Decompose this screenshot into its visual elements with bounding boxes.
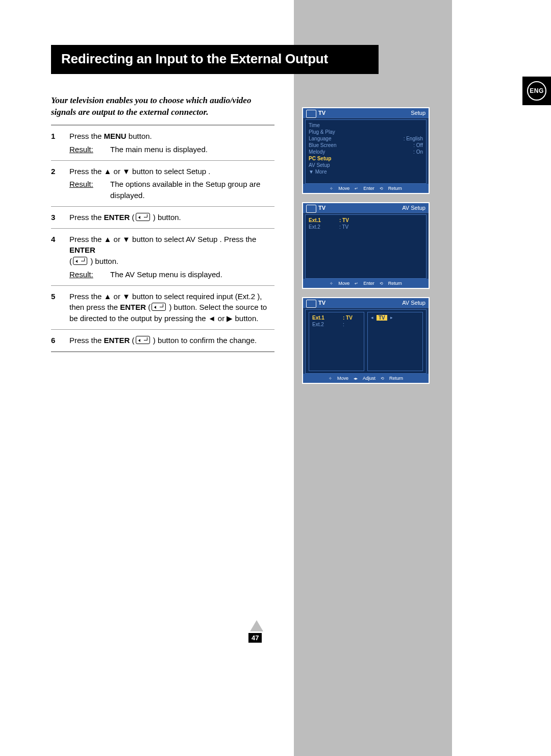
step-bold: ENTER [104,213,130,222]
enter-mini-icon: ↵ [355,186,358,191]
osd-row: ▼ More [309,168,423,175]
step-text: Press the [69,213,104,222]
result-row: Result: The options available in the Set… [69,179,274,201]
osd-row: AV Setup [309,162,423,168]
enter-icon [136,213,150,221]
osd-column-left: Ext.1: TV Ext.2: [309,312,364,371]
step-text: ( [146,303,151,311]
page-number: 47 [248,633,262,643]
osd-body: Ext.1: TV Ext.2: TV [305,214,427,279]
return-mini-icon: ⟲ [381,376,384,381]
title-block: Redirecting an Input to the External Out… [51,45,379,74]
osd-setup-menu: TV Setup Time Plug & Play Language: Engl… [302,107,430,194]
osd-row: Time [309,122,423,129]
result-row: Result: The main menu is displayed. [69,144,274,155]
enter-icon [152,303,166,311]
osd-title-left: TV [318,110,325,116]
step-text: ) button. [151,213,181,222]
osd-footer-return: Return [388,186,402,191]
osd-body: Ext.1: TV Ext.2: ◂ TV ▸ [305,309,427,374]
osd-title-right: AV Setup [402,300,425,306]
osd-header: TV AV Setup [303,298,429,308]
osd-header: TV AV Setup [303,203,429,213]
osd-row: Ext.2: [312,321,361,328]
manual-page: ENG Redirecting an Input to the External… [0,0,551,756]
arrow-icon: ✧ [330,281,333,286]
osd-title-left: TV [318,205,325,211]
osd-row-highlighted: Ext.1: TV [312,314,361,321]
osd-row: Blue Screen: Off [309,142,423,149]
osd-row: Ext.2: TV [309,224,423,230]
osd-row-value: : TV [339,224,348,230]
enter-icon [136,336,150,344]
step-number: 1 [51,131,69,155]
step-body: Press the ENTER ( ) button. [69,212,274,223]
osd-footer: ✧Move ↵Enter ⟲Return [303,279,429,288]
osd-row-highlighted: PC Setup [309,155,423,162]
step-body: Press the MENU button. Result: The main … [69,131,274,155]
osd-body: Time Plug & Play Language: English Blue … [305,119,427,184]
step-number: 2 [51,166,69,201]
osd-footer: ✧Move ◂▸Adjust ⟲Return [303,374,429,383]
result-label: Result: [69,144,110,155]
step-row: 5 Press the ▲ or ▼ button to select requ… [51,286,274,330]
step-row: 6 Press the ENTER ( ) button to confirm … [51,330,274,352]
osd-avsetup-menu: TV AV Setup Ext.1: TV Ext.2: TV ✧Move ↵E… [302,202,430,289]
arrow-icon: ✧ [329,376,332,381]
osd-row-label: Blue Screen [309,142,336,148]
osd-row-label: Time [309,123,320,128]
step-text: ) button. [88,257,118,265]
osd-row-label: Ext.1 [309,217,339,223]
osd-row-label: Melody [309,149,325,155]
osd-row-value: : [343,322,344,327]
step-body: Press the ENTER ( ) button to confirm th… [69,335,274,346]
steps-list: 1 Press the MENU button. Result: The mai… [51,125,274,352]
step-text: ) button to confirm the change. [151,336,257,345]
osd-column-right: ◂ TV ▸ [367,312,423,371]
osd-row-highlighted: Ext.1: TV [309,217,423,224]
language-badge: ENG [522,77,551,105]
osd-footer-enter: Enter [363,281,374,286]
step-bold: ENTER [120,303,146,311]
osd-row-label: ▼ More [309,169,327,175]
osd-row-label: Plug & Play [309,129,335,135]
result-label: Result: [69,269,110,280]
step-text: Press the [69,132,104,140]
osd-row-value: : TV [339,217,349,223]
step-body: Press the ▲ or ▼ button to select AV Set… [69,234,274,280]
step-body: Press the ▲ or ▼ button to select requir… [69,291,274,324]
step-text: button. [127,132,152,140]
osd-row: ◂ TV ▸ [371,314,419,321]
result-label: Result: [69,179,110,201]
step-number: 5 [51,291,69,324]
osd-row-value: : TV [343,315,353,321]
osd-row-label: AV Setup [309,162,330,168]
osd-row: Melody: On [309,149,423,155]
step-text: ( [69,257,72,265]
osd-row-value: : Off [413,142,423,148]
arrow-icon: ✧ [330,186,333,191]
osd-avsetup-select: TV AV Setup Ext.1: TV Ext.2: ◂ TV ▸ ✧Mov… [302,297,430,384]
osd-title-right: Setup [411,110,425,116]
step-row: 3 Press the ENTER ( ) button. [51,207,274,229]
osd-footer-enter: Enter [363,186,374,191]
step-row: 4 Press the ▲ or ▼ button to select AV S… [51,229,274,286]
osd-footer: ✧Move ↵Enter ⟲Return [303,184,429,193]
result-text: The options available in the Setup group… [110,179,274,201]
step-bold: ENTER [104,336,130,345]
tv-icon [306,205,316,213]
osd-row-label: Language [309,136,332,141]
result-text: The AV Setup menu is displayed. [110,269,274,280]
enter-icon [73,257,87,265]
osd-footer-move: Move [337,376,348,381]
return-mini-icon: ⟲ [380,186,383,191]
osd-row-label: PC Setup [309,156,331,161]
enter-mini-icon: ↵ [355,281,358,286]
osd-footer-adjust: Adjust [363,376,375,381]
language-code: ENG [527,81,546,101]
osd-selected-value: TV [377,315,387,321]
step-bold: MENU [104,132,127,140]
chevron-left-icon: ◂ [371,315,373,321]
step-bold: ENTER [69,246,95,254]
step-text: ( [130,213,134,222]
